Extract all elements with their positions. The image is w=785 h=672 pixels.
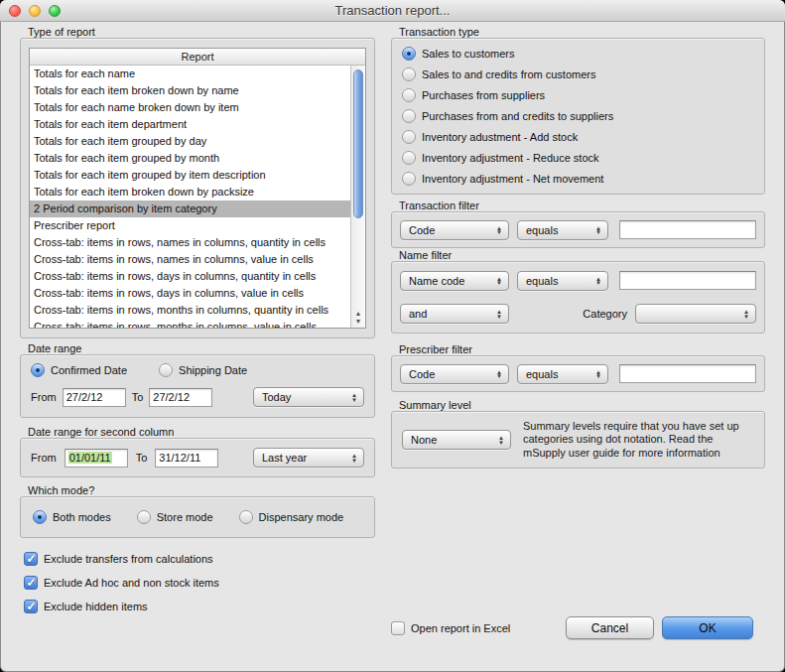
name-filter-value-input[interactable] xyxy=(619,271,756,290)
transaction-filter-field-dropdown[interactable]: Code xyxy=(400,220,509,240)
report-list-item[interactable]: Totals for each name broken down by item xyxy=(30,99,350,116)
ok-button[interactable]: OK xyxy=(662,616,753,639)
date-preset-dropdown[interactable]: Today xyxy=(253,387,364,407)
field-value: Code xyxy=(409,368,435,380)
date-type-option[interactable]: Confirmed Date xyxy=(31,363,127,377)
transaction-type-option[interactable]: Purchases from and credits to suppliers xyxy=(402,109,754,123)
exclusion-checkboxes: Exclude transfers from calculations Excl… xyxy=(24,552,219,613)
scrollbar-arrows[interactable]: ▲▼ xyxy=(351,310,365,326)
radio-icon[interactable] xyxy=(239,510,253,524)
report-list-item[interactable]: Cross-tab: items in rows, months in colu… xyxy=(30,302,350,319)
transaction-filter-value-input[interactable] xyxy=(619,220,756,239)
transaction-type-section: Transaction type Sales to customers Sale… xyxy=(391,26,765,195)
radio-icon[interactable] xyxy=(159,363,173,377)
report-list-item-label: Totals for each item grouped by day xyxy=(34,135,206,147)
selected-date-text: 01/01/11 xyxy=(68,452,112,464)
date-to-input[interactable] xyxy=(149,388,212,407)
date-from-input[interactable] xyxy=(63,388,126,407)
report-list-item-label: Cross-tab: items in rows, days in column… xyxy=(34,270,316,282)
radio-icon[interactable] xyxy=(402,67,416,81)
which-mode-section: Which mode? Both modes Store mode Dispen… xyxy=(20,484,375,538)
zoom-button[interactable] xyxy=(49,5,61,17)
date-range-label: Date range xyxy=(20,342,375,354)
date-type-option[interactable]: Shipping Date xyxy=(159,363,247,377)
category-dropdown[interactable] xyxy=(635,304,756,324)
open-in-excel-checkbox-row[interactable]: Open report in Excel xyxy=(391,621,510,635)
radio-icon[interactable] xyxy=(137,510,151,524)
cancel-button[interactable]: Cancel xyxy=(566,616,654,639)
prescriber-filter-operator-dropdown[interactable]: equals xyxy=(517,364,608,384)
prescriber-filter-row: Code equals xyxy=(392,356,764,391)
report-list-item[interactable]: Totals for each item grouped by item des… xyxy=(30,167,350,184)
exclusion-checkbox-row[interactable]: Exclude hidden items xyxy=(24,600,219,613)
checkbox-icon[interactable] xyxy=(24,600,38,613)
transaction-filter-label: Transaction filter xyxy=(391,200,765,211)
report-list-item-label: Totals for each item grouped by item des… xyxy=(34,169,266,181)
transaction-type-option[interactable]: Inventory adustment - Add stock xyxy=(402,130,754,144)
category-label: Category xyxy=(583,308,627,320)
transaction-filter-operator-dropdown[interactable]: equals xyxy=(517,220,608,240)
transaction-type-option[interactable]: Purchases from suppliers xyxy=(402,88,754,102)
from-label: From xyxy=(31,452,57,464)
close-button[interactable] xyxy=(9,5,21,17)
report-column-header[interactable]: Report xyxy=(30,49,365,66)
transaction-type-option[interactable]: Sales to customers xyxy=(402,47,754,61)
prescriber-filter-value-input[interactable] xyxy=(619,364,756,383)
operator-value: equals xyxy=(526,368,558,380)
second-date-preset-dropdown[interactable]: Last year xyxy=(253,448,364,468)
report-list-item[interactable]: Cross-tab: items in rows, names in colum… xyxy=(30,234,350,251)
radio-icon[interactable] xyxy=(402,130,416,144)
report-list-item-label: Cross-tab: items in rows, names in colum… xyxy=(34,236,326,248)
report-list-item[interactable]: Cross-tab: items in rows, months in colu… xyxy=(30,319,350,328)
report-list-item[interactable]: Totals for each item grouped by day xyxy=(30,133,350,150)
name-filter-conjunction-dropdown[interactable]: and xyxy=(400,304,509,324)
mode-option[interactable]: Store mode xyxy=(137,510,213,524)
second-date-to-input[interactable] xyxy=(155,449,218,468)
second-date-from-input[interactable]: 01/01/11 xyxy=(65,449,128,468)
title-bar: Transaction report... xyxy=(0,0,785,22)
conjunction-value: and xyxy=(409,308,427,320)
mode-option[interactable]: Both modes xyxy=(33,510,111,524)
transaction-type-option[interactable]: Inventory adjustment - Net movement xyxy=(402,172,754,186)
report-list-item[interactable]: Cross-tab: items in rows, days in column… xyxy=(30,268,350,285)
radio-icon[interactable] xyxy=(402,47,416,61)
report-list-item[interactable]: Totals for each item department xyxy=(30,116,350,133)
checkbox-icon[interactable] xyxy=(24,552,38,566)
transaction-type-option[interactable]: Sales to and credits from customers xyxy=(402,67,754,81)
report-list-item[interactable]: Totals for each item grouped by month xyxy=(30,150,350,167)
radio-icon[interactable] xyxy=(402,109,416,123)
summary-level-dropdown[interactable]: None xyxy=(402,430,511,450)
exclusion-checkbox-row[interactable]: Exclude Ad hoc and non stock items xyxy=(24,576,219,590)
open-in-excel-label: Open report in Excel xyxy=(411,622,510,634)
operator-value: equals xyxy=(526,275,558,287)
report-list-item[interactable]: Totals for each item broken down by name xyxy=(30,82,350,99)
to-label: To xyxy=(132,391,144,403)
radio-icon[interactable] xyxy=(31,363,45,377)
exclusion-checkbox-row[interactable]: Exclude transfers from calculations xyxy=(24,552,219,566)
checkbox-icon[interactable] xyxy=(24,576,38,590)
prescriber-filter-field-dropdown[interactable]: Code xyxy=(400,364,509,384)
type-of-report-box: Report Totals for each name Totals for e… xyxy=(20,38,375,338)
summary-level-note: Summary levels require that you have set… xyxy=(523,420,754,461)
scrollbar-thumb[interactable] xyxy=(353,69,363,218)
report-list-item[interactable]: Prescriber report xyxy=(30,217,350,234)
second-date-preset-value: Last year xyxy=(262,452,307,464)
radio-icon[interactable] xyxy=(33,510,47,524)
report-list-item[interactable]: 2 Period comparison by item category xyxy=(30,201,350,217)
checkbox-icon[interactable] xyxy=(391,621,405,635)
report-list-item[interactable]: Totals for each name xyxy=(30,66,350,82)
mode-option[interactable]: Dispensary mode xyxy=(239,510,344,524)
radio-icon[interactable] xyxy=(402,151,416,165)
report-rows: Totals for each name Totals for each ite… xyxy=(30,66,350,328)
radio-icon[interactable] xyxy=(402,88,416,102)
radio-icon[interactable] xyxy=(402,172,416,186)
transaction-type-option[interactable]: Inventory adjustment - Reduce stock xyxy=(402,151,754,165)
name-filter-field-dropdown[interactable]: Name code xyxy=(400,271,509,291)
minimize-button[interactable] xyxy=(29,5,41,17)
report-list-item[interactable]: Cross-tab: items in rows, days in column… xyxy=(30,285,350,302)
report-list-item[interactable]: Cross-tab: items in rows, names in colum… xyxy=(30,251,350,268)
name-filter-operator-dropdown[interactable]: equals xyxy=(517,271,608,291)
report-list-scrollbar[interactable]: ▲▼ xyxy=(350,66,365,328)
prescriber-filter-section: Prescriber filter Code equals xyxy=(391,343,765,392)
report-list-item[interactable]: Totals for each item broken down by pack… xyxy=(30,184,350,201)
